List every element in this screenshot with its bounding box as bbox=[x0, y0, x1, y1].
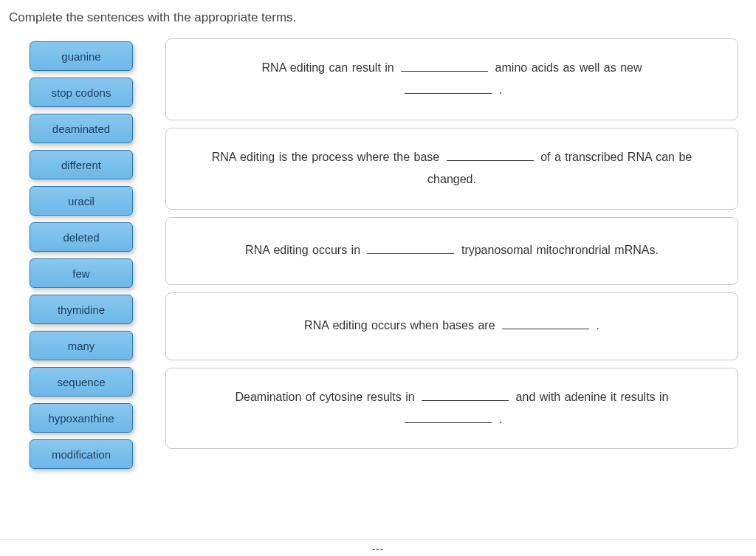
sentence-3-part-b: trypanosomal mitochrondrial mRNAs. bbox=[457, 244, 658, 256]
term-uracil[interactable]: uracil bbox=[30, 186, 133, 216]
sentence-4-part-b: . bbox=[592, 319, 599, 332]
blank-4a[interactable] bbox=[502, 318, 589, 329]
term-stop-codons[interactable]: stop codons bbox=[30, 78, 133, 107]
term-modification[interactable]: modification bbox=[30, 439, 133, 469]
instruction-text: Complete the sentences with the appropri… bbox=[0, 0, 756, 38]
sentence-1-part-b: amino acids as well as new bbox=[491, 61, 642, 74]
term-sequence[interactable]: sequence bbox=[30, 367, 133, 397]
term-deleted[interactable]: deleted bbox=[30, 222, 133, 252]
sentence-5-part-b: and with adenine it results in bbox=[512, 391, 668, 403]
sentence-5[interactable]: Deamination of cytosine results in and w… bbox=[165, 368, 738, 450]
term-hypoxanthine[interactable]: hypoxanthine bbox=[30, 403, 133, 433]
sentence-4[interactable]: RNA editing occurs when bases are . bbox=[165, 292, 738, 360]
footer-handle-icon: --- bbox=[372, 543, 384, 555]
term-few[interactable]: few bbox=[30, 258, 133, 288]
term-deaminated[interactable]: deaminated bbox=[30, 114, 133, 143]
blank-5a[interactable] bbox=[422, 389, 509, 401]
content-area: guanine stop codons deaminated different… bbox=[0, 38, 756, 469]
blank-1b[interactable] bbox=[405, 82, 492, 94]
sentence-1-part-c: . bbox=[495, 83, 502, 96]
term-many[interactable]: many bbox=[30, 331, 133, 360]
sentence-2[interactable]: RNA editing is the process where the bas… bbox=[165, 128, 738, 210]
sentence-2-part-a: RNA editing is the process where the bas… bbox=[212, 151, 444, 163]
sentence-1-part-a: RNA editing can result in bbox=[262, 61, 399, 74]
term-thymidine[interactable]: thymidine bbox=[30, 295, 133, 324]
sentence-4-part-a: RNA editing occurs when bases are bbox=[304, 319, 499, 332]
term-guanine[interactable]: guanine bbox=[30, 41, 133, 71]
term-different[interactable]: different bbox=[30, 150, 133, 179]
blank-3a[interactable] bbox=[367, 242, 454, 254]
sentence-3-part-a: RNA editing occurs in bbox=[245, 244, 364, 256]
blank-5b[interactable] bbox=[405, 411, 492, 423]
footer-divider bbox=[0, 539, 756, 540]
sentences-list: RNA editing can result in amino acids as… bbox=[165, 38, 744, 469]
sentence-3[interactable]: RNA editing occurs in trypanosomal mitoc… bbox=[165, 217, 738, 285]
blank-1a[interactable] bbox=[401, 60, 488, 72]
blank-2a[interactable] bbox=[447, 149, 534, 161]
sentence-1[interactable]: RNA editing can result in amino acids as… bbox=[165, 38, 738, 120]
sentence-5-part-a: Deamination of cytosine results in bbox=[235, 391, 419, 403]
terms-list: guanine stop codons deaminated different… bbox=[12, 38, 133, 469]
sentence-5-part-c: . bbox=[495, 413, 502, 425]
